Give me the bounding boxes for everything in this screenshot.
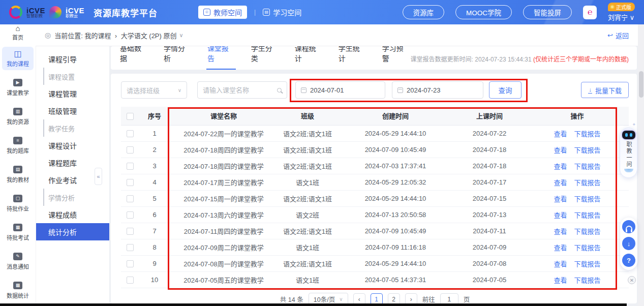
rail-item-classroom-teaching[interactable]: ▶ 课堂教学 [2, 76, 34, 99]
end-date-picker[interactable] [392, 81, 483, 99]
header-right: 资源库 MOOC学院 智能投屏 ℮ 正式版 刘宵宁 ∨ [403, 3, 635, 22]
location-pin-icon: ◎ [45, 31, 51, 39]
row-checkbox[interactable] [127, 211, 134, 219]
end-date-input[interactable] [407, 86, 478, 94]
version-badge-label: 正式版 [616, 3, 631, 11]
row-checkbox[interactable] [127, 260, 134, 267]
download-center-button[interactable]: ↓ [622, 237, 635, 250]
download-report-link[interactable]: 下载报告 [574, 163, 601, 170]
user-block[interactable]: 正式版 刘宵宁 ∨ [608, 3, 635, 22]
sparkle-icon: ✦ [632, 122, 636, 127]
help-button[interactable]: ? [622, 254, 635, 267]
question-bank-icon: ≡ [13, 137, 22, 144]
class-select[interactable]: 请选择班级 ∨ [121, 81, 187, 99]
col-header-class-name: 课堂名称 [170, 107, 278, 125]
download-report-link[interactable]: 下载报告 [574, 244, 601, 252]
row-checkbox[interactable] [127, 228, 134, 235]
download-report-link[interactable]: 下载报告 [574, 130, 601, 138]
row-checkbox[interactable] [127, 277, 134, 284]
textbook-icon: ▤ [13, 166, 22, 173]
nav-learn-space[interactable]: ▤ 学习空间 [263, 7, 301, 17]
sidebar-item-course-management[interactable]: 课程管理 [36, 85, 109, 102]
mooc-college-button[interactable]: MOOC学院 [455, 5, 512, 19]
sidebar-item-course-grades[interactable]: 课程成绩 [36, 206, 109, 223]
resource-library-button[interactable]: 资源库 [403, 5, 445, 19]
sidebar-section-learning-analysis: 学情分析 [43, 189, 109, 206]
view-link[interactable]: 查看 [554, 130, 567, 138]
user-avatar[interactable]: ℮ [583, 6, 597, 19]
smart-cast-button[interactable]: 智能投屏 [523, 5, 572, 19]
class-name-search-input[interactable] [203, 86, 277, 94]
learn-space-icon: ▤ [263, 9, 270, 16]
rail-item-my-resources[interactable]: ▥ 我的资源 [2, 105, 34, 128]
view-link[interactable]: 查看 [554, 211, 567, 219]
sidebar-item-class-management[interactable]: 班级管理 [36, 102, 109, 119]
download-report-link[interactable]: 下载报告 [574, 195, 601, 203]
ai-assistant-widget[interactable]: ✦ 职教一问 [620, 128, 637, 178]
download-report-link[interactable]: 下载报告 [574, 228, 601, 235]
rail-item-my-courses[interactable]: ◫ 我的课程 [2, 47, 34, 70]
customer-service-button[interactable] [622, 220, 635, 233]
query-button[interactable]: 查询 [489, 81, 522, 99]
col-header-class-time: 上课时间 [453, 107, 526, 125]
download-report-link[interactable]: 下载报告 [574, 211, 601, 219]
sidebar-item-course-design[interactable]: 课程设计 [36, 137, 109, 154]
view-link[interactable]: 查看 [554, 260, 567, 268]
download-icon: ↓ [588, 87, 592, 94]
exam-icon: ▦ [13, 224, 22, 231]
col-header-no: 序号 [139, 107, 170, 125]
scrollbar-track[interactable] [638, 24, 644, 306]
icve-swirl-logo-icon [9, 6, 22, 19]
rail-item-notifications[interactable]: ✎ 消息通知 [2, 250, 34, 273]
sidebar-item-statistical-analysis[interactable]: 统计分析 [36, 223, 109, 240]
rail-item-my-textbooks[interactable]: ▤ 我的教材 [2, 163, 34, 186]
username[interactable]: 刘宵宁 ∨ [608, 12, 634, 22]
course-dropdown-caret-icon[interactable]: ∨ [179, 32, 183, 39]
rail-item-pending-homework[interactable]: ▢ 待批作业 [2, 192, 34, 215]
class-name-search[interactable] [197, 81, 287, 99]
row-checkbox[interactable] [127, 244, 134, 251]
view-link[interactable]: 查看 [554, 163, 567, 170]
table-row: 5 2024-07-15周一的课堂教学 语文2班;语文1班 2024-05-29… [121, 190, 629, 206]
nav-separator: | [254, 9, 256, 16]
scrollbar-thumb[interactable] [639, 71, 643, 98]
back-button-label: 返回 [616, 30, 629, 40]
view-link[interactable]: 查看 [554, 277, 567, 284]
table-row: 9 2024-07-08周一的课堂教学 语文2班;语文1班 2024-05-29… [121, 255, 629, 271]
class-report-table: 序号 课堂名称 班级 创建时间 上课时间 操作 1 2024-07-22周一的课… [121, 107, 629, 288]
rail-label: 待批考试 [7, 233, 29, 241]
start-date-picker[interactable] [295, 81, 385, 99]
view-link[interactable]: 查看 [554, 244, 567, 252]
view-link[interactable]: 查看 [554, 228, 567, 235]
row-checkbox[interactable] [127, 163, 134, 170]
batch-download-button[interactable]: ↓ 批量下载 [581, 82, 629, 98]
breadcrumb-current-course[interactable]: 大学语文 (2P) 原创 [121, 32, 177, 40]
username-text: 刘宵宁 [608, 14, 628, 21]
dismiss-floaters-button[interactable]: ✕ [628, 276, 636, 284]
batch-download-label: 批量下载 [595, 85, 622, 95]
download-report-link[interactable]: 下载报告 [574, 146, 601, 154]
rail-item-home[interactable]: ⌂ 首页 [0, 24, 36, 41]
rail-item-pending-exams[interactable]: ▦ 待批考试 [2, 221, 34, 244]
download-report-link[interactable]: 下载报告 [574, 260, 601, 268]
select-all-checkbox[interactable] [127, 113, 134, 120]
row-checkbox[interactable] [127, 179, 134, 186]
view-link[interactable]: 查看 [554, 179, 567, 187]
view-link[interactable]: 查看 [554, 146, 567, 154]
sidebar-item-course-guide[interactable]: 课程引导 [36, 50, 109, 68]
start-date-input[interactable] [310, 86, 380, 94]
nav-teacher-space[interactable]: ☺ 教师空间 [198, 6, 247, 19]
download-report-link[interactable]: 下载报告 [574, 179, 601, 187]
breadcrumb-separator: › [115, 33, 117, 40]
row-checkbox[interactable] [127, 146, 134, 154]
rail-item-data-statistics[interactable]: ▩ 数据统计 [2, 279, 34, 302]
download-report-link[interactable]: 下载报告 [574, 277, 601, 284]
back-button[interactable]: ↩ 返回 [607, 30, 629, 40]
rail-item-my-question-bank[interactable]: ≡ 我的题库 [2, 134, 34, 157]
row-checkbox[interactable] [127, 130, 134, 137]
row-checkbox[interactable] [127, 195, 134, 202]
sidebar-collapse-handle[interactable]: « [95, 168, 102, 185]
breadcrumb-prefix[interactable]: 当前位置: 我的课程 [54, 32, 111, 40]
view-link[interactable]: 查看 [554, 195, 567, 203]
class-report-panel: 请选择班级 ∨ 查询 ↓ 批量下载 序号 课堂名称 班级 [111, 74, 637, 303]
